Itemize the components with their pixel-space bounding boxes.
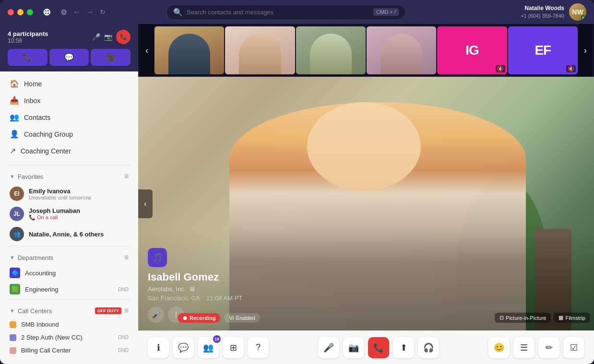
pip-button[interactable]: ⊡ Picture-in-Picture: [495, 313, 551, 323]
bottom-toolbar: ℹ 💬 👥 19 ⊞ ? 🎤 📷 📞 ⬆ 🎧: [138, 330, 594, 364]
departments-title: Departments: [18, 254, 124, 261]
coaching-center-icon: ↗: [10, 146, 16, 155]
engineering-name: Engineering: [25, 286, 113, 293]
refresh-icon[interactable]: ↻: [100, 8, 106, 16]
cc-smb-inbound[interactable]: SMB Inbound: [0, 318, 138, 331]
favorite-emily[interactable]: EI Emily Ivanova Unavailable until tomor…: [0, 184, 138, 204]
smb-dot: [10, 321, 16, 328]
favorite-group[interactable]: 👥 Natalie, Annie, & 6 others: [0, 224, 138, 244]
departments-actions[interactable]: ≡: [124, 253, 129, 262]
favorites-actions[interactable]: ≡: [124, 172, 129, 181]
camera-icon[interactable]: 📷: [104, 33, 112, 41]
filmstrip-thumb-4[interactable]: [367, 26, 436, 74]
call-centers-actions[interactable]: ≡: [124, 306, 129, 315]
end-call-button[interactable]: 📞: [116, 30, 131, 44]
audio-wave-icon: 🎵: [148, 248, 167, 267]
dept-engineering[interactable]: 🟩 Engineering DND: [0, 281, 138, 297]
end-call-toolbar-button[interactable]: 📞: [368, 337, 389, 358]
main-video: ‹ 🎵 Isabell Gomez Aerolabs, Inc. 🖥 San F…: [138, 77, 594, 330]
coaching-group-icon: 👤: [10, 129, 19, 139]
video-prev-button[interactable]: ‹: [138, 189, 153, 218]
cc-billing[interactable]: Billing Call Center DND: [0, 344, 138, 357]
accounting-icon: 🔷: [10, 268, 20, 278]
filmstrip-thumb-1[interactable]: [154, 26, 224, 74]
headset-button[interactable]: 🎧: [418, 337, 439, 358]
video-area: ‹: [138, 24, 594, 364]
favorites-arrow: ▼: [10, 174, 15, 179]
microphone-button[interactable]: 🎤: [318, 337, 339, 358]
dept-accounting[interactable]: 🔷 Accounting: [0, 265, 138, 281]
user-name-title: Natalie Woods +1 (604) 359-7840: [521, 4, 564, 20]
close-button[interactable]: [8, 9, 14, 15]
phone-call-button[interactable]: 📞: [8, 49, 48, 66]
vi-badge: Vi Enabled: [224, 313, 260, 323]
nav-item-coaching-center[interactable]: ↗ Coaching Center: [0, 142, 138, 159]
filmstrip-thumb-6[interactable]: EF 🔇: [508, 26, 578, 74]
forward-arrow[interactable]: →: [86, 8, 94, 16]
filmstrip-next[interactable]: ›: [579, 24, 592, 77]
emoji-button[interactable]: 😊: [488, 337, 510, 358]
nav-item-inbox[interactable]: 📥 Inbox: [0, 92, 138, 109]
info-button[interactable]: ℹ: [148, 337, 169, 358]
app-logo: ⊕: [43, 6, 51, 18]
caller-name: Isabell Gomez: [148, 271, 242, 283]
billing-dnd: DND: [118, 348, 129, 353]
pip-icon: ⊡: [499, 315, 504, 321]
caller-mic-button[interactable]: 🎤: [148, 306, 164, 323]
app-window: ⊕ ⚙ ← → ↻ 🔍 CMD + / Natalie Woods +1 (60…: [0, 0, 594, 364]
share-screen-button[interactable]: ⬆: [393, 337, 414, 358]
filmstrip-thumb-5[interactable]: IG 🔇: [437, 26, 507, 74]
emily-status: Unavailable until tomorrow: [29, 195, 129, 200]
window-controls: [8, 9, 33, 15]
avatar[interactable]: NW: [569, 3, 586, 21]
maximize-button[interactable]: [27, 9, 33, 15]
departments-arrow: ▼: [10, 255, 15, 260]
filmstrip-button[interactable]: ▦ Filmstrip: [554, 313, 590, 323]
checklist-button[interactable]: ☑: [563, 337, 584, 358]
nav-item-home[interactable]: 🏠 Home: [0, 75, 138, 92]
edit-button[interactable]: ✏: [538, 337, 559, 358]
search-bar[interactable]: 🔍 CMD + /: [166, 4, 406, 20]
nav-item-contacts-label: Contacts: [24, 114, 50, 121]
nav-item-coaching-group[interactable]: 👤 Coaching Group: [0, 126, 138, 142]
2step-dnd: DND: [118, 335, 129, 340]
recording-badge: ⏺ Recording: [178, 313, 220, 323]
settings-icon[interactable]: ⚙: [60, 8, 67, 17]
more-button[interactable]: ☰: [513, 337, 535, 358]
call-action-buttons: 📞 💬 🎥: [8, 49, 131, 66]
caller-overlay: 🎵 Isabell Gomez Aerolabs, Inc. 🖥 San Fra…: [148, 248, 242, 302]
ig-muted: 🔇: [496, 65, 505, 72]
message-call-button[interactable]: 💬: [49, 49, 89, 66]
filmstrip-thumb-2[interactable]: [225, 26, 295, 74]
favorite-joseph[interactable]: JL Joseph Lumaban On a call: [0, 204, 138, 224]
engineering-icon: 🟩: [10, 284, 20, 294]
chat-button[interactable]: 💬: [173, 337, 194, 358]
toolbar-group-center: 🎤 📷 📞 ⬆ 🎧: [318, 337, 439, 358]
participants-button[interactable]: 👥 19: [198, 337, 219, 358]
favorites-section-header[interactable]: ▼ Favorites ≡: [0, 169, 138, 184]
video-call-button[interactable]: 🎥: [91, 49, 131, 66]
camera-button[interactable]: 📷: [343, 337, 364, 358]
search-input[interactable]: [187, 9, 369, 16]
filmstrip: ‹: [138, 24, 594, 77]
nav-item-contacts[interactable]: 👥 Contacts: [0, 109, 138, 126]
back-arrow[interactable]: ←: [73, 8, 81, 16]
filmstrip-thumb-3[interactable]: [296, 26, 366, 74]
filmstrip-icon: ▦: [558, 315, 563, 321]
help-button[interactable]: ?: [248, 337, 269, 358]
separator-2: [8, 246, 131, 247]
group-name: Natalie, Annie, & 6 others: [29, 231, 129, 238]
add-video-button[interactable]: ⊞: [223, 337, 244, 358]
2step-dot: [10, 334, 16, 341]
ef-muted: 🔇: [566, 65, 576, 72]
recording-dot: ⏺: [182, 315, 188, 321]
nav-section: 🏠 Home 📥 Inbox 👥 Contacts 👤 Coaching Gro…: [0, 71, 138, 163]
call-timer: 10:58: [8, 37, 48, 44]
mute-icon[interactable]: 🎤: [92, 33, 100, 41]
inbox-icon: 📥: [10, 96, 19, 105]
filmstrip-prev[interactable]: ‹: [140, 24, 154, 77]
departments-section-header[interactable]: ▼ Departments ≡: [0, 250, 138, 265]
minimize-button[interactable]: [17, 9, 24, 15]
call-centers-section-header[interactable]: ▼ Call Centers OFF DUTY ≡: [0, 304, 138, 318]
cc-2step-auth[interactable]: 2 Step Auth (New CC) DND: [0, 331, 138, 344]
